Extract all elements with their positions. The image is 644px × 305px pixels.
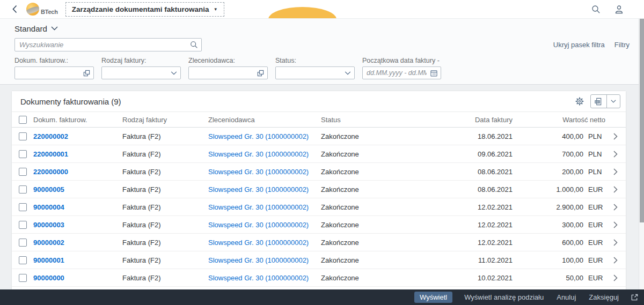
payer-link[interactable]: Slowspeed Gr. 30 (1000000002) — [208, 168, 309, 176]
table-row[interactable]: 90000004 Faktura (F2) Slowspeed Gr. 30 (… — [12, 198, 626, 216]
date-range-input[interactable] — [363, 67, 441, 79]
payer-link[interactable]: Slowspeed Gr. 30 (1000000002) — [208, 150, 309, 158]
billing-document-link[interactable]: 90000001 — [33, 256, 64, 264]
table-settings-button[interactable] — [575, 97, 584, 106]
column-header-payer[interactable]: Zleceniodawca — [208, 116, 321, 124]
cancel-button[interactable]: Anuluj — [555, 292, 577, 303]
status-cell: Zakończone — [321, 274, 424, 282]
table-row[interactable]: 90000005 Faktura (F2) Slowspeed Gr. 30 (… — [12, 181, 626, 198]
variant-label: Standard — [14, 24, 47, 33]
row-navigation-chevron-icon[interactable] — [613, 186, 618, 193]
row-checkbox[interactable] — [19, 150, 27, 158]
row-navigation-chevron-icon[interactable] — [613, 168, 618, 175]
back-button[interactable] — [11, 4, 19, 14]
search-input[interactable] — [14, 38, 202, 51]
table-row[interactable]: 90000002 Faktura (F2) Slowspeed Gr. 30 (… — [12, 234, 626, 251]
payer-link[interactable]: Slowspeed Gr. 30 (1000000002) — [208, 203, 309, 211]
row-navigation-chevron-icon[interactable] — [613, 257, 618, 264]
shell-search-button[interactable] — [591, 5, 601, 14]
table-row[interactable]: 90000003 Faktura (F2) Slowspeed Gr. 30 (… — [12, 216, 626, 234]
payer-link[interactable]: Slowspeed Gr. 30 (1000000002) — [208, 239, 309, 247]
billing-document-link[interactable]: 90000002 — [33, 239, 64, 247]
select-all-checkbox[interactable] — [19, 116, 27, 124]
row-checkbox[interactable] — [19, 256, 27, 264]
brand-dome-decoration — [268, 7, 336, 19]
net-value-cell: 300,00 — [562, 221, 583, 229]
scrollbar-thumb[interactable] — [640, 19, 644, 222]
status-cell: Zakończone — [321, 256, 424, 264]
billing-document-link[interactable]: 90000000 — [33, 274, 64, 282]
row-navigation-chevron-icon[interactable] — [613, 151, 618, 158]
status-select[interactable] — [275, 66, 355, 79]
chevron-down-icon — [345, 71, 351, 75]
payer-link[interactable]: Slowspeed Gr. 30 (1000000002) — [208, 221, 309, 229]
billing-document-link[interactable]: 220000001 — [33, 150, 68, 158]
btech-logo: BTech — [26, 3, 58, 16]
invoice-type-cell: Faktura (F2) — [122, 132, 208, 140]
row-navigation-chevron-icon[interactable] — [613, 204, 618, 211]
table-row[interactable]: 220000001 Faktura (F2) Slowspeed Gr. 30 … — [12, 145, 626, 163]
filters-link[interactable]: Filtry — [614, 41, 630, 49]
display-button[interactable]: Wyświetl — [414, 292, 452, 303]
export-split-button — [590, 94, 620, 108]
billing-document-link[interactable]: 90000005 — [33, 185, 64, 194]
currency-cell: EUR — [588, 203, 605, 211]
payer-link[interactable]: Slowspeed Gr. 30 (1000000002) — [208, 132, 309, 140]
vertical-scrollbar[interactable] — [639, 19, 644, 289]
row-navigation-chevron-icon[interactable] — [613, 221, 618, 228]
calendar-icon[interactable] — [430, 70, 437, 77]
column-header-date[interactable]: Data faktury — [424, 116, 513, 124]
invoice-type-cell: Faktura (F2) — [122, 203, 208, 211]
row-navigation-chevron-icon[interactable] — [613, 239, 618, 246]
btech-brand-text: BTech — [41, 9, 58, 16]
table-header-row: Dokum. fakturow. Rodzaj faktury Zlecenio… — [12, 111, 626, 128]
hide-filterbar-link[interactable]: Ukryj pasek filtra — [553, 41, 605, 49]
invoice-date-cell: 09.06.2021 — [424, 150, 513, 158]
export-to-spreadsheet-button[interactable] — [591, 95, 606, 108]
table-row[interactable]: 90000000 Faktura (F2) Slowspeed Gr. 30 (… — [12, 269, 626, 287]
payer-link[interactable]: Slowspeed Gr. 30 (1000000002) — [208, 185, 309, 194]
column-header-type[interactable]: Rodzaj faktury — [122, 116, 208, 124]
variant-selector[interactable]: Standard — [14, 22, 58, 35]
table-row[interactable]: 90000001 Faktura (F2) Slowspeed Gr. 30 (… — [12, 251, 626, 269]
row-checkbox[interactable] — [19, 185, 27, 194]
table-row[interactable]: 220000002 Faktura (F2) Slowspeed Gr. 30 … — [12, 128, 626, 145]
billing-document-link[interactable]: 90000004 — [33, 203, 64, 211]
invoice-type-select[interactable] — [101, 66, 181, 79]
export-menu-arrow-button[interactable] — [606, 95, 620, 108]
column-header-status[interactable]: Status — [321, 116, 424, 124]
row-checkbox[interactable] — [19, 168, 27, 176]
net-value-cell: 600,00 — [562, 239, 583, 247]
post-button[interactable]: Zaksięguj — [588, 292, 620, 303]
filter-label: Początkowa data faktury - ko... — [362, 57, 441, 64]
row-navigation-chevron-icon[interactable] — [613, 274, 618, 281]
invoice-date-range-input[interactable] — [362, 66, 441, 79]
display-split-analysis-button[interactable]: Wyświetl analizę podziału — [463, 292, 545, 303]
filter-field-invoice-type: Rodzaj faktury: — [101, 57, 181, 79]
invoice-date-cell: 10.02.2021 — [424, 274, 513, 282]
billing-document-link[interactable]: 90000003 — [33, 221, 64, 229]
row-checkbox[interactable] — [19, 274, 27, 282]
payer-link[interactable]: Slowspeed Gr. 30 (1000000002) — [208, 256, 309, 264]
value-help-icon[interactable] — [83, 70, 90, 77]
person-icon — [614, 5, 624, 14]
payer-input[interactable] — [188, 66, 268, 79]
payer-link[interactable]: Slowspeed Gr. 30 (1000000002) — [208, 274, 309, 282]
value-help-icon[interactable] — [257, 70, 264, 77]
row-checkbox[interactable] — [19, 221, 27, 229]
search-icon[interactable] — [190, 41, 198, 49]
currency-cell: PLN — [588, 168, 605, 176]
table-row[interactable]: 220000000 Faktura (F2) Slowspeed Gr. 30 … — [12, 163, 626, 181]
row-navigation-chevron-icon[interactable] — [613, 133, 618, 140]
column-header-doc[interactable]: Dokum. fakturow. — [33, 116, 122, 124]
billing-document-link[interactable]: 220000000 — [33, 168, 68, 176]
billing-doc-input[interactable] — [14, 66, 94, 79]
app-title-menu-button[interactable]: Zarządzanie dokumentami fakturowania ▼ — [65, 2, 224, 17]
row-checkbox[interactable] — [19, 239, 27, 247]
billing-document-link[interactable]: 220000002 — [33, 132, 68, 140]
user-profile-button[interactable] — [614, 5, 624, 14]
row-checkbox[interactable] — [19, 203, 27, 211]
share-button[interactable] — [631, 293, 639, 301]
column-header-amount[interactable]: Wartość netto — [513, 116, 605, 124]
row-checkbox[interactable] — [19, 132, 27, 140]
